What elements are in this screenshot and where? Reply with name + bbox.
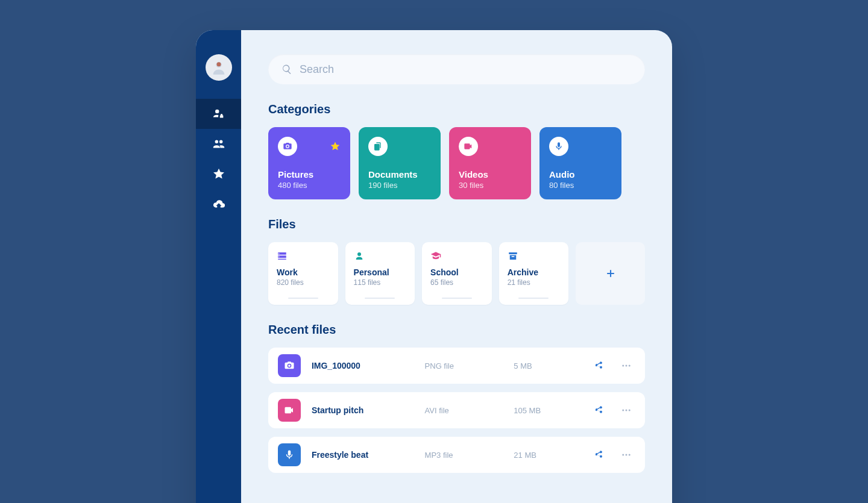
folder-title: Work	[277, 267, 330, 277]
avatar[interactable]	[206, 54, 232, 81]
recent-size: 5 MB	[514, 361, 580, 370]
recent-name: Freestyle beat	[312, 450, 414, 460]
categories-row: Pictures 480 files Documents 190 files V…	[268, 127, 645, 199]
share-icon	[594, 405, 603, 415]
more-button[interactable]	[617, 405, 635, 416]
recent-type: MP3 file	[425, 451, 503, 460]
star-icon	[212, 167, 225, 181]
add-folder-button[interactable]	[576, 242, 645, 305]
folder-count: 115 files	[354, 278, 407, 287]
files-heading: Files	[268, 217, 645, 231]
category-count: 80 files	[549, 181, 612, 190]
nav-private[interactable]	[196, 99, 241, 129]
server-icon	[277, 251, 288, 261]
more-button[interactable]	[617, 360, 635, 371]
share-icon	[594, 450, 603, 460]
folder-card-personal[interactable]: Personal 115 files	[345, 242, 415, 305]
more-button[interactable]	[617, 449, 635, 460]
folder-progress-bar	[288, 298, 318, 299]
sidebar	[196, 30, 241, 503]
recent-row[interactable]: Freestyle beat MP3 file 21 MB	[268, 437, 645, 473]
recent-heading: Recent files	[268, 323, 645, 337]
category-card-pictures[interactable]: Pictures 480 files	[268, 127, 350, 199]
copy-icon	[368, 137, 388, 156]
recent-row[interactable]: Startup pitch AVI file 105 MB	[268, 392, 645, 428]
folder-progress-bar	[442, 298, 472, 299]
share-icon	[594, 361, 603, 370]
nav-upload[interactable]	[196, 189, 241, 219]
share-button[interactable]	[591, 450, 606, 460]
categories-heading: Categories	[268, 102, 645, 116]
search-bar[interactable]	[268, 54, 645, 84]
main-content: Categories Pictures 480 files Documents …	[241, 30, 672, 503]
category-count: 480 files	[278, 181, 341, 190]
recent-type: AVI file	[425, 406, 503, 415]
folder-card-archive[interactable]: Archive 21 files	[499, 242, 569, 305]
category-card-videos[interactable]: Videos 30 files	[449, 127, 531, 199]
more-dots-icon	[621, 360, 632, 371]
mic-icon	[278, 443, 301, 466]
nav-shared[interactable]	[196, 129, 241, 159]
user-icon	[354, 251, 365, 261]
share-button[interactable]	[591, 361, 606, 370]
mic-icon	[549, 137, 568, 156]
more-dots-icon	[621, 449, 632, 460]
folder-count: 65 files	[430, 278, 483, 287]
folder-title: Personal	[354, 267, 407, 277]
category-card-audio[interactable]: Audio 80 files	[539, 127, 621, 199]
recent-size: 21 MB	[514, 451, 580, 460]
avatar-person-icon	[210, 59, 227, 76]
nav-starred[interactable]	[196, 159, 241, 189]
folder-title: Archive	[508, 267, 561, 277]
camera-icon	[278, 354, 301, 377]
search-input[interactable]	[300, 63, 632, 76]
category-card-documents[interactable]: Documents 190 files	[359, 127, 441, 199]
video-icon	[278, 399, 301, 422]
folder-progress-bar	[365, 298, 395, 299]
users-icon	[212, 137, 225, 151]
folder-count: 820 files	[277, 278, 330, 287]
share-button[interactable]	[591, 405, 606, 415]
category-count: 30 files	[459, 181, 521, 190]
grad-icon	[430, 251, 441, 261]
camera-icon	[278, 137, 297, 156]
folders-row: Work 820 files Personal 115 files School…	[268, 242, 645, 305]
category-title: Audio	[549, 169, 612, 180]
category-count: 190 files	[368, 181, 431, 190]
plus-icon	[605, 267, 617, 280]
star-icon	[330, 141, 341, 152]
cloud-upload-icon	[212, 198, 225, 211]
recent-row[interactable]: IMG_100000 PNG file 5 MB	[268, 348, 645, 384]
folder-count: 21 files	[508, 278, 561, 287]
recent-name: Startup pitch	[312, 405, 414, 415]
archive-icon	[508, 251, 518, 261]
recent-type: PNG file	[425, 361, 503, 370]
more-dots-icon	[621, 405, 632, 416]
category-title: Documents	[368, 169, 431, 180]
category-title: Pictures	[278, 169, 341, 180]
app-window: Categories Pictures 480 files Documents …	[196, 30, 672, 503]
recent-size: 105 MB	[514, 406, 580, 415]
folder-card-school[interactable]: School 65 files	[422, 242, 492, 305]
video-icon	[459, 137, 478, 156]
category-title: Videos	[459, 169, 521, 180]
search-icon	[281, 64, 292, 75]
user-lock-icon	[212, 107, 225, 120]
folder-card-work[interactable]: Work 820 files	[268, 242, 338, 305]
folder-progress-bar	[518, 298, 549, 299]
svg-point-4	[216, 62, 221, 66]
recent-list: IMG_100000 PNG file 5 MB Startup pitch A…	[268, 348, 645, 473]
recent-name: IMG_100000	[312, 361, 414, 370]
folder-title: School	[430, 267, 483, 277]
